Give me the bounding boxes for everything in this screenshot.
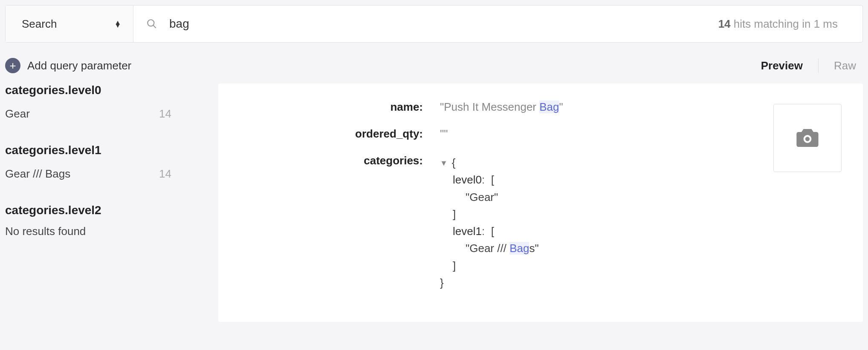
facet-count: 14	[159, 107, 201, 120]
facet-title: categories.level0	[5, 83, 201, 97]
facet-group-level1: categories.level1 Gear /// Bags 14	[5, 143, 201, 183]
facet-count: 14	[159, 167, 201, 181]
search-input[interactable]	[169, 17, 718, 31]
highlight: Bag	[509, 242, 529, 255]
highlight: Bag	[539, 100, 559, 113]
bracket-open: [	[491, 173, 494, 186]
camera-icon	[796, 128, 819, 148]
facet-item[interactable]: Gear 14	[5, 105, 201, 123]
tab-raw[interactable]: Raw	[834, 59, 856, 72]
tab-preview[interactable]: Preview	[761, 59, 803, 72]
svg-point-0	[148, 20, 154, 26]
hits-info: 14 hits matching in 1 ms	[718, 17, 850, 31]
field-key-ordered-qty: ordered_qty:	[240, 127, 423, 141]
facet-label: Gear /// Bags	[5, 167, 70, 181]
toolbar: + Add query parameter Preview Raw	[0, 48, 868, 83]
brace-close: }	[440, 276, 444, 289]
plus-icon: +	[5, 58, 20, 73]
add-param-label: Add query parameter	[27, 59, 131, 72]
facet-group-level0: categories.level0 Gear 14	[5, 83, 201, 123]
text: "Gear ///	[466, 242, 509, 255]
field-value-categories: ▼{ level0: [ "Gear" ] level1: [ "Gear //…	[440, 154, 842, 291]
search-bar: Search ▲▼ 14 hits matching in 1 ms	[5, 5, 863, 43]
search-input-container: 14 hits matching in 1 ms	[133, 6, 862, 42]
json-string: "Gear"	[466, 191, 498, 204]
facet-item[interactable]: Gear /// Bags 14	[5, 165, 201, 183]
field-key-categories: categories:	[240, 154, 423, 167]
facet-group-level2: categories.level2 No results found	[5, 204, 201, 238]
add-query-parameter-button[interactable]: + Add query parameter	[5, 58, 131, 73]
facets-sidebar: categories.level0 Gear 14 categories.lev…	[5, 83, 218, 322]
facet-no-results: No results found	[5, 225, 201, 238]
hits-text: hits matching in 1 ms	[731, 17, 838, 30]
tab-divider	[818, 58, 819, 73]
bracket-open: [	[491, 225, 494, 238]
facet-title: categories.level2	[5, 204, 201, 217]
svg-line-1	[153, 25, 156, 28]
image-placeholder[interactable]	[773, 104, 842, 172]
text: s"	[529, 242, 538, 255]
svg-point-3	[805, 137, 810, 141]
text: "	[559, 100, 563, 113]
search-icon	[146, 18, 157, 29]
view-tabs: Preview Raw	[761, 58, 863, 73]
record-panel: name: "Push It Messenger Bag" ordered_qt…	[218, 83, 863, 322]
json-key: level1	[453, 225, 482, 238]
brace-open: {	[452, 156, 456, 169]
colon: :	[482, 225, 485, 238]
bracket-close: ]	[453, 208, 456, 221]
caret-down-icon[interactable]: ▼	[440, 158, 448, 169]
colon: :	[482, 173, 485, 186]
facet-title: categories.level1	[5, 143, 201, 157]
search-type-label: Search	[22, 17, 57, 31]
hits-count: 14	[718, 17, 731, 30]
bracket-close: ]	[453, 259, 456, 272]
content: categories.level0 Gear 14 categories.lev…	[0, 83, 868, 322]
field-key-name: name:	[240, 100, 423, 114]
sort-arrows-icon: ▲▼	[114, 21, 121, 27]
json-key: level0	[453, 173, 482, 186]
record-fields: name: "Push It Messenger Bag" ordered_qt…	[240, 100, 842, 291]
text: "Push It Messenger	[440, 100, 539, 113]
search-type-select[interactable]: Search ▲▼	[6, 6, 133, 42]
facet-label: Gear	[5, 107, 30, 120]
